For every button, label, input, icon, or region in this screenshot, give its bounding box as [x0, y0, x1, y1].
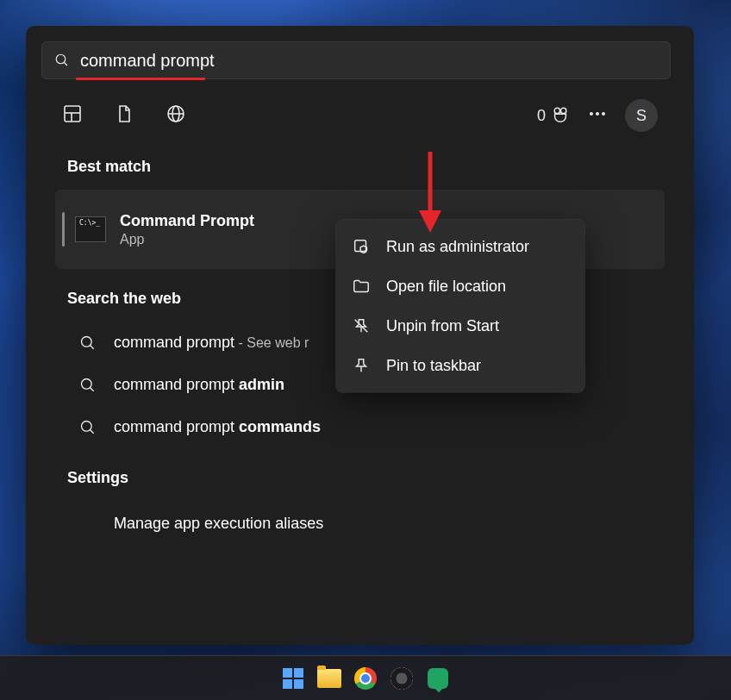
- best-match-heading: Best match: [41, 137, 678, 190]
- svg-marker-24: [419, 210, 441, 233]
- search-icon: [54, 53, 70, 68]
- taskbar: [0, 655, 731, 700]
- context-menu: Run as administrator Open file location …: [336, 220, 584, 392]
- avatar-initial: S: [636, 107, 647, 125]
- taskbar-file-explorer[interactable]: [317, 666, 341, 691]
- rewards-count-value: 0: [537, 107, 546, 125]
- web-result-suffix: - See web r: [234, 335, 309, 350]
- search-input[interactable]: [80, 51, 658, 71]
- filter-apps-icon[interactable]: [62, 103, 83, 128]
- web-result-bold: commands: [239, 418, 321, 435]
- search-icon: [79, 334, 97, 352]
- ctx-unpin-from-start[interactable]: Unpin from Start: [336, 306, 584, 346]
- svg-point-13: [82, 336, 92, 347]
- svg-point-0: [56, 54, 66, 64]
- shield-admin-icon: [352, 237, 371, 256]
- filter-web-icon[interactable]: [166, 103, 186, 128]
- svg-rect-2: [65, 106, 80, 122]
- svg-point-12: [602, 112, 605, 116]
- start-button[interactable]: [281, 666, 305, 691]
- annotation-arrow: [413, 148, 447, 234]
- svg-point-8: [554, 108, 559, 113]
- svg-line-1: [64, 62, 67, 66]
- svg-point-15: [82, 378, 92, 389]
- rewards-count[interactable]: 0: [537, 106, 570, 125]
- ctx-run-as-admin[interactable]: Run as administrator: [336, 227, 584, 266]
- web-result-bold: admin: [239, 376, 284, 393]
- pin-icon: [352, 356, 371, 375]
- avatar[interactable]: S: [625, 99, 658, 132]
- web-result-text: command prompt: [114, 334, 234, 351]
- web-result-2[interactable]: command prompt commands: [41, 406, 678, 448]
- search-box[interactable]: [41, 41, 671, 79]
- ctx-item-label: Open file location: [386, 278, 506, 296]
- svg-point-9: [560, 108, 565, 113]
- svg-line-14: [91, 345, 94, 348]
- taskbar-obs[interactable]: [390, 666, 414, 691]
- ctx-item-label: Pin to taskbar: [386, 357, 481, 375]
- rewards-icon: [551, 106, 570, 125]
- settings-result-0[interactable]: Manage app execution aliases: [41, 501, 678, 547]
- folder-icon: [352, 277, 371, 296]
- svg-line-18: [91, 429, 94, 433]
- selection-indicator: [62, 212, 65, 247]
- svg-point-17: [82, 421, 92, 431]
- search-icon: [79, 419, 97, 436]
- web-result-text: command prompt: [114, 418, 239, 435]
- ctx-open-file-location[interactable]: Open file location: [336, 266, 584, 306]
- ctx-pin-to-taskbar[interactable]: Pin to taskbar: [336, 346, 584, 385]
- ctx-item-label: Unpin from Start: [386, 317, 499, 335]
- svg-line-16: [91, 387, 94, 391]
- web-result-text: command prompt: [114, 376, 239, 393]
- settings-heading: Settings: [41, 448, 678, 501]
- ctx-item-label: Run as administrator: [386, 238, 529, 256]
- search-icon: [79, 377, 97, 394]
- taskbar-chrome[interactable]: [353, 666, 378, 691]
- svg-point-10: [590, 112, 593, 116]
- unpin-icon: [352, 316, 371, 335]
- svg-point-11: [596, 112, 599, 116]
- cmd-app-icon: [75, 216, 106, 242]
- taskbar-chat-app[interactable]: [426, 666, 450, 691]
- filter-bar: 0 S: [41, 80, 678, 137]
- best-match-type: App: [120, 232, 254, 247]
- filter-documents-icon[interactable]: [114, 103, 134, 128]
- best-match-name: Command Prompt: [120, 212, 254, 230]
- more-icon[interactable]: [587, 103, 608, 128]
